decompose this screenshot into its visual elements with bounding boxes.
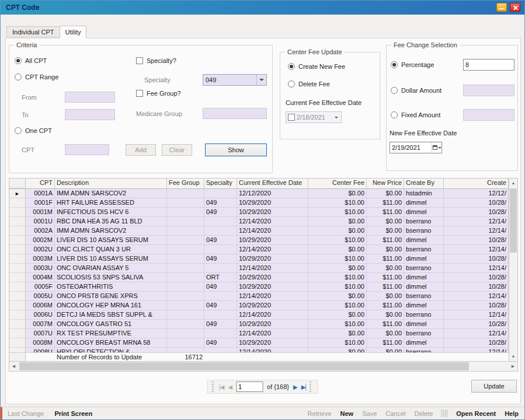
grid-cell[interactable]	[204, 245, 237, 254]
grid-row[interactable]: 0005FOSTEOARTHRITIS04910/29/2020$10.00$1…	[9, 282, 517, 292]
grid-row-selector[interactable]	[9, 292, 26, 301]
grid-row-selector[interactable]	[9, 217, 26, 226]
grid-row-selector[interactable]	[9, 320, 26, 329]
grid-cell[interactable]: $0.00	[308, 292, 367, 301]
grid-row-selector[interactable]	[9, 208, 26, 217]
grid-cell[interactable]: $0.00	[308, 329, 367, 338]
grid-cell[interactable]	[167, 208, 204, 217]
grid-cell[interactable]	[204, 226, 237, 236]
grid-cell[interactable]: 10/28/	[444, 254, 509, 264]
new-fee-date-picker[interactable]: 2/19/2021	[390, 142, 442, 153]
grid-cell[interactable]: 0003M	[26, 254, 55, 264]
grid-cell[interactable]: 0001M	[26, 208, 55, 217]
specialty-checkbox[interactable]: Specialty?	[136, 57, 176, 64]
grid-cell[interactable]: $0.00	[308, 348, 367, 352]
grid-cell[interactable]: 12/14/	[444, 245, 509, 254]
grid-header-cell[interactable]: Create By	[404, 178, 444, 188]
grid-cell[interactable]	[167, 236, 204, 245]
grid-cell[interactable]	[167, 348, 204, 352]
grid-cell[interactable]: 0001A	[26, 189, 55, 198]
grid-header-cell[interactable]: Current Effective Date	[237, 178, 308, 188]
grid-row[interactable]: 0001FHRT FAILURE ASSESSED04910/29/2020$1…	[9, 198, 517, 208]
grid-cell[interactable]: 12/14/2020	[237, 329, 308, 338]
grid-cell[interactable]: 10/29/2020	[237, 208, 308, 217]
grid-cell[interactable]: 12/12/	[444, 189, 509, 198]
grid-cell[interactable]: 0004M	[26, 273, 55, 282]
next-page-button[interactable]	[293, 384, 297, 390]
grid-row[interactable]: 0004MSCOLIOSIS 53 SNPS SALIVAORT10/29/20…	[9, 273, 517, 282]
grid-cell[interactable]	[204, 348, 237, 352]
grid-cell[interactable]	[204, 264, 237, 273]
grid-cell[interactable]	[204, 292, 237, 301]
to-input[interactable]	[65, 109, 115, 120]
grid-cell[interactable]: 12/14/	[444, 310, 509, 320]
grid-cell[interactable]: $10.00	[308, 338, 367, 348]
grid-cell[interactable]: 0008U	[26, 348, 55, 352]
percentage-radio[interactable]: Percentage	[391, 61, 434, 68]
scroll-down-icon[interactable]: ▼	[509, 352, 517, 361]
grid-cell[interactable]: $0.00	[367, 348, 404, 352]
grid-cell[interactable]: ONCO PRST8 GENE XPRS	[55, 292, 167, 301]
grid-cell[interactable]: ONCOLOGY GASTRO 51	[55, 320, 167, 329]
grid-cell[interactable]: $0.00	[367, 217, 404, 226]
grid-cell[interactable]: $10.00	[308, 273, 367, 282]
grid-row[interactable]: 0001AIMM ADMN SARSCOV212/12/2020$0.00$0.…	[9, 189, 517, 198]
dollar-amount-input[interactable]	[463, 85, 514, 96]
first-page-button[interactable]	[219, 384, 224, 390]
grid-row-selector[interactable]	[9, 329, 26, 338]
previous-page-button[interactable]	[228, 384, 232, 390]
grid-cell[interactable]	[167, 198, 204, 208]
grid-cell[interactable]: $0.00	[367, 329, 404, 338]
grid-cell[interactable]: 0007M	[26, 320, 55, 329]
grid-cell[interactable]: 0002A	[26, 226, 55, 236]
grid-cell[interactable]: 10/28/	[444, 273, 509, 282]
grid-cell[interactable]: $0.00	[308, 217, 367, 226]
grid-cell[interactable]: 10/29/2020	[237, 254, 308, 264]
grid-cell[interactable]: 10/28/	[444, 338, 509, 348]
grid-cell[interactable]: hstadmin	[404, 189, 444, 198]
grid-cell[interactable]	[167, 292, 204, 301]
grid-row[interactable]: 0006UDETCJ IA MEDS SBST SUPPL &12/14/202…	[9, 310, 517, 320]
grid-cell[interactable]: bserrano	[404, 292, 444, 301]
grid-cell[interactable]: $0.00	[308, 264, 367, 273]
grid-cell[interactable]: $0.00	[308, 226, 367, 236]
grid-cell[interactable]: dimmel	[404, 282, 444, 292]
page-number-input[interactable]	[236, 382, 263, 392]
grid-cell[interactable]: 12/14/	[444, 217, 509, 226]
grid-cell[interactable]: 0005F	[26, 282, 55, 292]
grid-cell[interactable]: LIVER DIS 10 ASSAYS SERUM	[55, 254, 167, 264]
grid-cell[interactable]: bserrano	[404, 245, 444, 254]
grid-cell[interactable]: 10/29/2020	[237, 320, 308, 329]
grid-cell[interactable]: 12/14/2020	[237, 226, 308, 236]
grid-header-cell[interactable]: Description	[55, 178, 167, 188]
grid-row-selector[interactable]	[9, 254, 26, 264]
dollar-amount-radio[interactable]: Dollar Amount	[391, 87, 441, 94]
statusbar-item-new[interactable]: New	[340, 410, 354, 417]
grid-cell[interactable]	[204, 217, 237, 226]
grid-horizontal-scrollbar[interactable]: ◀ ▶	[9, 361, 517, 371]
grid-cell[interactable]: dimmel	[404, 338, 444, 348]
grid-cell[interactable]: ONC CLRCT QUAN 3 UR	[55, 245, 167, 254]
grid-row[interactable]: 0003MLIVER DIS 10 ASSAYS SERUM04910/29/2…	[9, 254, 517, 264]
grid-cell[interactable]: $10.00	[308, 236, 367, 245]
grid-cell[interactable]: ONC OVARIAN ASSAY 5	[55, 264, 167, 273]
grid-row-selector[interactable]	[9, 198, 26, 208]
grid-cell[interactable]: $11.00	[367, 273, 404, 282]
grid-cell[interactable]: $11.00	[367, 198, 404, 208]
grid-cell[interactable]: bserrano	[404, 264, 444, 273]
grid-cell[interactable]: $10.00	[308, 301, 367, 310]
grid-cell[interactable]: 10/28/	[444, 320, 509, 329]
grid-cell[interactable]: bserrano	[404, 217, 444, 226]
grid-cell[interactable]: dimmel	[404, 254, 444, 264]
grid-cell[interactable]: 12/14/2020	[237, 217, 308, 226]
grid-cell[interactable]: $11.00	[367, 208, 404, 217]
grid-cell[interactable]: RBC DNA HEA 35 AG 11 BLD	[55, 217, 167, 226]
current-fee-date-picker[interactable]: 2/18/2021	[286, 111, 342, 123]
scroll-right-icon[interactable]: ▶	[509, 362, 517, 371]
grid-vertical-scrollbar[interactable]: ▲ ▼	[509, 178, 517, 361]
grid-row-selector[interactable]	[9, 264, 26, 273]
tab-individual-cpt[interactable]: Individual CPT	[6, 26, 60, 37]
grid-cell[interactable]: 12/12/2020	[237, 189, 308, 198]
grid-row[interactable]: 0001MINFECTIOUS DIS HCV 604910/29/2020$1…	[9, 208, 517, 217]
grid-cell[interactable]: 10/29/2020	[237, 338, 308, 348]
